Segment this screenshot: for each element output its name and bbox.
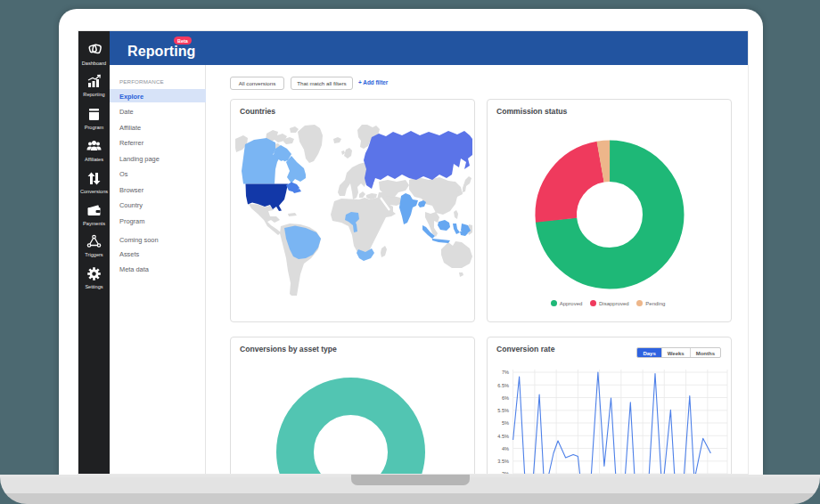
svg-text:6%: 6% xyxy=(502,395,509,401)
svg-text:6.5%: 6.5% xyxy=(497,383,509,388)
svg-text:3.5%: 3.5% xyxy=(497,459,509,464)
svg-text:7%: 7% xyxy=(502,370,509,375)
svg-text:4.5%: 4.5% xyxy=(497,434,509,439)
svg-text:5%: 5% xyxy=(502,420,509,426)
svg-text:5.5%: 5.5% xyxy=(497,408,509,413)
svg-text:4%: 4% xyxy=(502,446,509,451)
